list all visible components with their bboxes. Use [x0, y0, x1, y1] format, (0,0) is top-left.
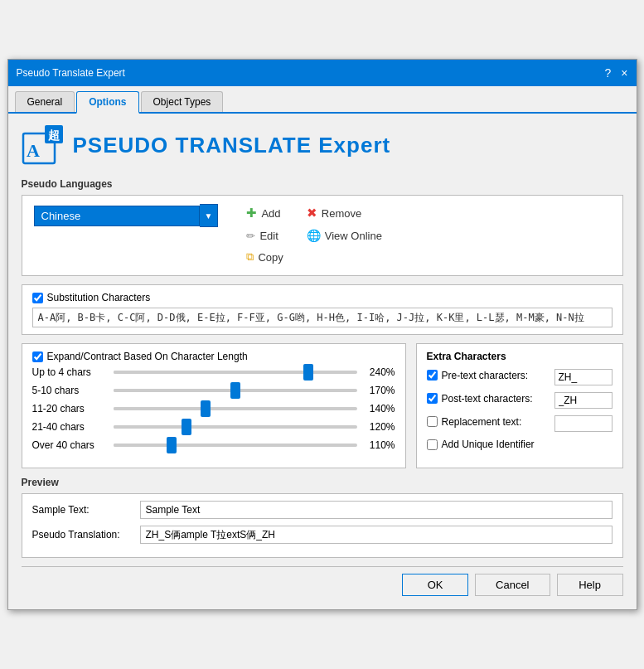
- slider-pct-2: 140%: [364, 403, 395, 414]
- slider-row-4: Over 40 chars 110%: [32, 439, 395, 451]
- extra-characters-section: Extra Characters Pre-text characters: Po…: [416, 343, 623, 468]
- pseudo-languages-label: Pseudo Languages: [22, 178, 623, 190]
- expand-checkbox-label[interactable]: Expand/Contract Based On Character Lengt…: [32, 351, 395, 362]
- cancel-button[interactable]: Cancel: [475, 574, 550, 596]
- tab-options[interactable]: Options: [76, 91, 138, 114]
- svg-text:A: A: [27, 140, 40, 161]
- slider-row-2: 11-20 chars 140%: [32, 403, 395, 414]
- titlebar: Pseudo Translate Expert ? ×: [8, 60, 637, 86]
- copy-icon: ⧉: [246, 250, 254, 264]
- sample-text-row: Sample Text:: [32, 501, 613, 519]
- pre-text-input[interactable]: [554, 369, 613, 385]
- close-button[interactable]: ×: [621, 67, 627, 79]
- main-window: Pseudo Translate Expert ? × General Opti…: [7, 59, 637, 610]
- substitution-section: Substitution Characters: [22, 284, 623, 335]
- slider-row-3: 21-40 chars 120%: [32, 421, 395, 433]
- replacement-text-checkbox-label[interactable]: Replacement text:: [427, 416, 550, 428]
- view-online-button[interactable]: 🌐 View Online: [303, 227, 385, 244]
- globe-icon: 🌐: [307, 229, 321, 242]
- slider-row-1: 5-10 chars 170%: [32, 385, 395, 396]
- extra-row-2: Replacement text:: [427, 415, 613, 432]
- lower-section: Expand/Contract Based On Character Lengt…: [22, 343, 623, 468]
- expand-checkbox[interactable]: [32, 351, 43, 362]
- add-button[interactable]: ✚ Add: [243, 204, 286, 222]
- tab-general[interactable]: General: [15, 91, 75, 112]
- slider-track-1[interactable]: [114, 389, 357, 392]
- logo-text: PSEUDO TRANSLATE Expert: [73, 133, 391, 158]
- slider-pct-3: 120%: [364, 421, 395, 433]
- logo-icon: A 超: [22, 124, 65, 167]
- slider-row-0: Up to 4 chars 240%: [32, 366, 395, 378]
- extra-row-3: Add Unique Identifier: [427, 439, 613, 454]
- titlebar-controls: ? ×: [605, 67, 628, 79]
- lang-row: Chinese ▼ ✚ Add ✖ Remove ✏ Edit: [34, 204, 611, 265]
- post-text-input[interactable]: [554, 392, 613, 409]
- slider-thumb-2[interactable]: [201, 400, 211, 417]
- remove-button[interactable]: ✖ Remove: [303, 204, 385, 222]
- language-dropdown[interactable]: Chinese: [34, 206, 200, 226]
- extra-row-1: Post-text characters:: [427, 392, 613, 409]
- slider-thumb-1[interactable]: [230, 382, 240, 399]
- pre-text-checkbox[interactable]: [427, 370, 438, 381]
- slider-track-3[interactable]: [114, 425, 357, 429]
- slider-track-2[interactable]: [114, 407, 357, 410]
- ok-button[interactable]: OK: [402, 574, 468, 596]
- pseudo-translation-label: Pseudo Translation:: [32, 529, 132, 541]
- pseudo-translation-input[interactable]: [140, 526, 613, 544]
- remove-icon: ✖: [307, 206, 317, 221]
- dropdown-arrow-icon[interactable]: ▼: [200, 204, 219, 227]
- expand-section: Expand/Contract Based On Character Lengt…: [22, 343, 406, 468]
- slider-thumb-0[interactable]: [303, 364, 313, 381]
- slider-pct-1: 170%: [364, 385, 395, 396]
- substitution-input[interactable]: [32, 308, 613, 327]
- logo-area: A 超 PSEUDO TRANSLATE Expert: [22, 124, 623, 167]
- help-button[interactable]: ?: [605, 67, 612, 79]
- edit-icon: ✏: [246, 230, 255, 242]
- slider-label-0: Up to 4 chars: [32, 366, 107, 378]
- svg-text:超: 超: [48, 129, 60, 142]
- extra-row-0: Pre-text characters:: [427, 369, 613, 385]
- slider-track-4[interactable]: [114, 444, 357, 447]
- substitution-checkbox-label[interactable]: Substitution Characters: [32, 292, 613, 303]
- tab-object-types[interactable]: Object Types: [141, 91, 224, 112]
- unique-id-checkbox[interactable]: [427, 439, 438, 450]
- sample-text-input[interactable]: [140, 501, 613, 519]
- slider-label-1: 5-10 chars: [32, 385, 107, 396]
- language-dropdown-wrap: Chinese ▼: [34, 204, 219, 227]
- footer-buttons: OK Cancel Help: [22, 566, 623, 599]
- pre-text-checkbox-label[interactable]: Pre-text characters:: [427, 370, 550, 381]
- slider-thumb-4[interactable]: [167, 437, 177, 453]
- sample-text-label: Sample Text:: [32, 504, 132, 516]
- extra-characters-title: Extra Characters: [427, 351, 613, 362]
- tab-content: A 超 PSEUDO TRANSLATE Expert Pseudo Langu…: [8, 114, 637, 609]
- slider-pct-4: 110%: [364, 439, 395, 451]
- copy-button[interactable]: ⧉ Copy: [243, 249, 286, 265]
- action-buttons: ✚ Add ✖ Remove ✏ Edit 🌐 View Online: [243, 204, 385, 265]
- replacement-text-checkbox[interactable]: [427, 416, 438, 427]
- unique-id-checkbox-label[interactable]: Add Unique Identifier: [427, 439, 613, 450]
- pseudo-languages-section: Chinese ▼ ✚ Add ✖ Remove ✏ Edit: [22, 195, 623, 276]
- help-footer-button[interactable]: Help: [557, 574, 623, 596]
- slider-thumb-3[interactable]: [182, 419, 191, 435]
- replacement-text-input[interactable]: [554, 415, 613, 432]
- preview-label: Preview: [22, 477, 623, 488]
- pseudo-translation-row: Pseudo Translation:: [32, 526, 613, 544]
- post-text-checkbox-label[interactable]: Post-text characters:: [427, 393, 550, 405]
- substitution-checkbox[interactable]: [32, 293, 43, 303]
- edit-button[interactable]: ✏ Edit: [243, 227, 286, 244]
- tab-bar: General Options Object Types: [8, 86, 637, 114]
- slider-label-2: 11-20 chars: [32, 403, 107, 414]
- add-icon: ✚: [246, 206, 257, 221]
- slider-label-3: 21-40 chars: [32, 421, 107, 433]
- window-title: Pseudo Translate Expert: [17, 67, 125, 79]
- slider-track-0[interactable]: [114, 371, 357, 374]
- post-text-checkbox[interactable]: [427, 393, 438, 404]
- slider-pct-0: 240%: [364, 366, 395, 378]
- slider-label-4: Over 40 chars: [32, 439, 107, 451]
- preview-section: Sample Text: Pseudo Translation:: [22, 493, 623, 558]
